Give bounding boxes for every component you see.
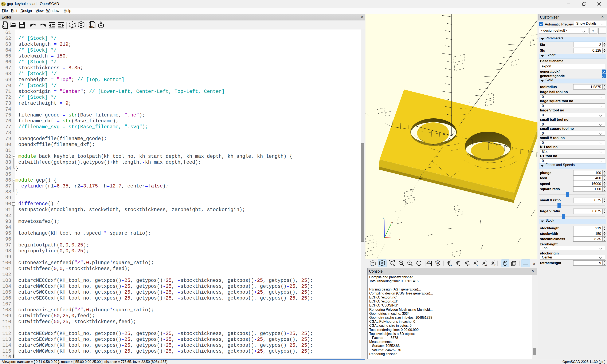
svg-text:»: » bbox=[533, 262, 535, 266]
svg-text:z: z bbox=[383, 217, 384, 220]
svg-text:+X: +X bbox=[449, 264, 452, 267]
svg-text:-Y: -Y bbox=[476, 264, 478, 267]
svg-text:»: » bbox=[71, 26, 73, 29]
svg-text:10: 10 bbox=[427, 260, 430, 263]
svg-text:45: 45 bbox=[436, 262, 439, 265]
svg-text:+Z: +Z bbox=[485, 264, 487, 267]
svg-text:-Z: -Z bbox=[493, 264, 496, 267]
svg-text:STL: STL bbox=[89, 25, 94, 28]
svg-text:-X: -X bbox=[458, 264, 461, 267]
svg-text:»: » bbox=[371, 264, 372, 267]
svg-text:x: x bbox=[399, 238, 400, 241]
svg-text:y: y bbox=[391, 221, 393, 224]
svg-text:+Y: +Y bbox=[467, 264, 470, 267]
